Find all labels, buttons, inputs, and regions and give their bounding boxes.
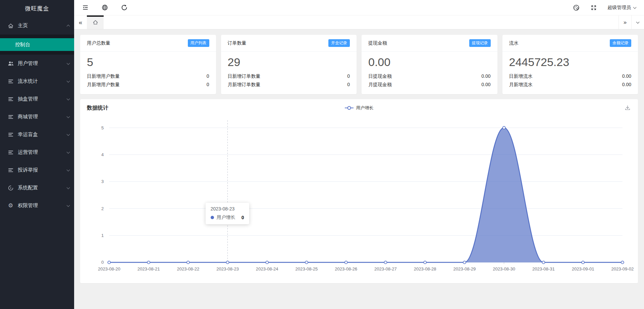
legend-item-user-growth[interactable]: 用户增长 <box>345 105 374 111</box>
svg-text:2023-08-30: 2023-08-30 <box>493 266 515 271</box>
card-title: 用户总数量 <box>87 40 110 46</box>
svg-text:2023-09-01: 2023-09-01 <box>572 266 594 271</box>
card-value: 5 <box>87 56 209 69</box>
fullscreen-icon[interactable] <box>590 4 597 11</box>
svg-text:2023-08-26: 2023-08-26 <box>335 266 357 271</box>
chart-plot-area[interactable]: 0123452023-08-202023-08-212023-08-222023… <box>80 113 638 283</box>
sidebar-item-label: 商城管理 <box>18 114 67 120</box>
stat-card-withdrawals: 提现金额 提现记录 0.00 日提现金额0.00 月提现金额0.00 <box>362 35 497 94</box>
gear-icon: ⚙ <box>7 202 14 209</box>
row-value: 0.00 <box>481 72 490 80</box>
sidebar-item-label: 用户管理 <box>18 60 67 67</box>
card-value: 0.00 <box>368 56 491 69</box>
sidebar-item-user-management[interactable]: 用户管理 <box>0 55 74 72</box>
row-label: 月新增用户数量 <box>87 80 120 89</box>
row-value: 0.00 <box>622 72 631 80</box>
row-label: 月新增订单数量 <box>228 80 261 89</box>
sidebar-item-permissions[interactable]: ⚙ 权限管理 <box>0 197 74 214</box>
sidebar-item-operations[interactable]: 运营管理 <box>0 143 74 161</box>
sidebar-subitem-console[interactable]: 控制台 <box>0 38 74 51</box>
svg-text:2023-08-28: 2023-08-28 <box>414 266 436 271</box>
row-value: 0.00 <box>481 80 490 89</box>
row-value: 0 <box>347 80 350 89</box>
sidebar-item-label: 运营管理 <box>18 149 67 156</box>
svg-text:2023-08-20: 2023-08-20 <box>98 266 120 271</box>
row-value: 0 <box>207 80 209 89</box>
tabbar-spacer <box>104 15 619 29</box>
row-label: 月新增流水 <box>509 80 533 89</box>
menu-fold-icon[interactable] <box>82 4 89 11</box>
chevron-down-icon <box>67 150 70 153</box>
stat-card-users: 用户总数量 用户列表 5 日新增用户数量0 月新增用户数量0 <box>80 35 216 94</box>
svg-text:2023-08-29: 2023-08-29 <box>453 266 476 271</box>
chart-title: 数据统计 <box>87 105 108 112</box>
row-value: 0 <box>207 72 209 80</box>
sidebar-item-home[interactable]: 主页 <box>0 17 74 35</box>
tab-menu-chevron-down-icon[interactable] <box>631 15 644 29</box>
tab-home[interactable] <box>87 15 104 29</box>
row-label: 日新增用户数量 <box>87 72 120 80</box>
svg-text:2023-08-23: 2023-08-23 <box>216 266 239 271</box>
chevron-down-icon <box>67 132 70 136</box>
open-box-records-badge[interactable]: 开盒记录 <box>328 39 350 47</box>
user-dropdown[interactable]: 超级管理员 <box>607 5 636 11</box>
stat-card-orders: 订单数量 开盒记录 29 日新增订单数量0 月新增订单数量0 <box>221 35 357 94</box>
chevron-down-icon <box>67 115 70 118</box>
sidebar-menu: 主页 控制台 用户管理 流水统计 抽盒管理 <box>0 17 74 214</box>
palette-icon[interactable] <box>573 4 580 11</box>
svg-text:3: 3 <box>101 179 104 184</box>
chevron-down-icon <box>67 168 70 171</box>
globe-icon[interactable] <box>101 4 108 11</box>
sidebar-item-complaints[interactable]: 投诉举报 <box>0 161 74 179</box>
sidebar-item-label: 流水统计 <box>18 78 67 84</box>
svg-text:2023-09-02: 2023-09-02 <box>611 266 634 271</box>
card-title: 流水 <box>509 40 519 46</box>
sidebar-item-label: 抽盒管理 <box>18 96 67 102</box>
sidebar-item-mall-management[interactable]: 商城管理 <box>0 108 74 126</box>
chevron-down-icon <box>633 5 637 9</box>
tooltip-series-label: 用户增长 <box>217 214 235 221</box>
statistics-chart-card: 数据统计 用户增长 0123452023-08-202023-08-212023… <box>80 99 638 283</box>
card-title: 订单数量 <box>228 40 247 46</box>
list-icon <box>7 167 14 173</box>
svg-text:2023-08-22: 2023-08-22 <box>177 266 199 271</box>
svg-text:0: 0 <box>101 260 104 265</box>
user-list-badge[interactable]: 用户列表 <box>188 39 209 47</box>
sidebar-item-label: 权限管理 <box>18 202 67 209</box>
card-value: 29 <box>228 56 350 69</box>
sidebar-submenu-home: 控制台 <box>0 35 74 55</box>
sidebar-item-box-management[interactable]: 抽盒管理 <box>0 90 74 108</box>
double-chevron-right-icon[interactable]: » <box>619 15 631 29</box>
svg-text:2023-08-21: 2023-08-21 <box>138 266 160 271</box>
double-chevron-left-icon[interactable]: « <box>74 15 87 29</box>
sidebar-item-lucky-box[interactable]: 幸运盲盒 <box>0 126 74 143</box>
chart-tooltip: 2023-08-23 用户增长 0 <box>206 203 249 224</box>
sidebar-item-label: 幸运盲盒 <box>18 131 67 138</box>
row-value: 0 <box>347 72 350 80</box>
brand-title: 微旺魔盒 <box>0 0 74 17</box>
chevron-down-icon <box>67 61 70 65</box>
sidebar-item-system-config[interactable]: 系统配置 <box>0 179 74 197</box>
download-icon[interactable] <box>624 104 631 112</box>
sidebar-item-label: 投诉举报 <box>18 167 67 173</box>
content-area: 用户总数量 用户列表 5 日新增用户数量0 月新增用户数量0 订单数量 开盒记录… <box>74 29 644 309</box>
card-title: 提现金额 <box>368 40 387 46</box>
sidebar-item-flow-stats[interactable]: 流水统计 <box>0 72 74 90</box>
row-label: 日新增订单数量 <box>228 72 261 80</box>
svg-text:2023-08-24: 2023-08-24 <box>256 266 278 271</box>
chevron-down-icon <box>67 186 70 189</box>
balance-records-badge[interactable]: 余额记录 <box>610 39 631 47</box>
circle-config-icon <box>7 185 14 191</box>
row-label: 月提现金额 <box>368 80 392 89</box>
sidebar: 微旺魔盒 主页 控制台 用户管理 流水统计 <box>0 0 74 309</box>
chevron-down-icon <box>67 97 70 100</box>
stat-card-row: 用户总数量 用户列表 5 日新增用户数量0 月新增用户数量0 订单数量 开盒记录… <box>80 35 638 94</box>
svg-text:1: 1 <box>101 233 104 238</box>
row-label: 日提现金额 <box>368 72 392 80</box>
svg-text:5: 5 <box>101 125 104 130</box>
refresh-icon[interactable] <box>120 4 128 11</box>
svg-text:2023-08-25: 2023-08-25 <box>296 266 318 271</box>
withdrawal-records-badge[interactable]: 提现记录 <box>469 39 491 47</box>
user-label: 超级管理员 <box>607 5 631 11</box>
tabbar: « » <box>74 15 644 29</box>
